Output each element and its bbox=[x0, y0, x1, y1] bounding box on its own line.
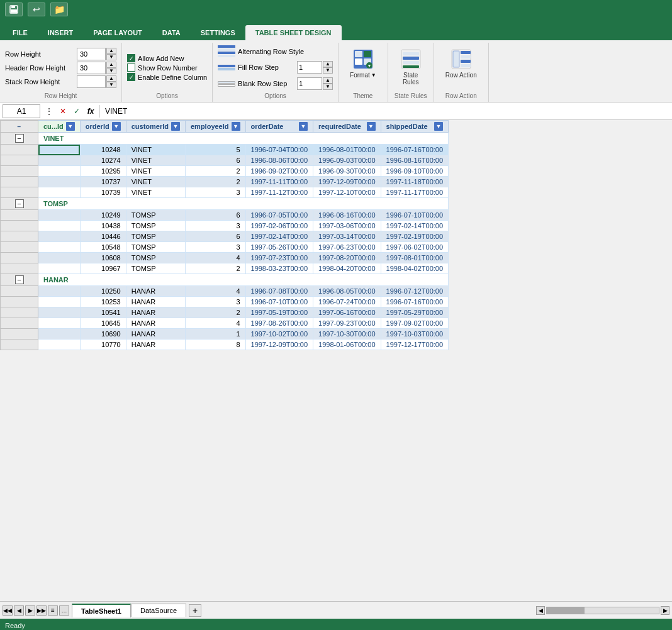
tab-insert[interactable]: INSERT bbox=[38, 25, 83, 40]
first-sheet-button[interactable]: ◀◀ bbox=[3, 605, 13, 616]
enable-define-column-checkbox[interactable] bbox=[127, 73, 135, 81]
stack-row-height-down[interactable]: ▼ bbox=[106, 82, 116, 88]
row-customerId-cell[interactable]: TOMSP bbox=[126, 242, 185, 253]
state-rules-button[interactable]: State Rules bbox=[393, 45, 428, 88]
header-row-height-spinner[interactable]: ▲ ▼ bbox=[106, 62, 116, 74]
row-orderId-cell[interactable]: 10253 bbox=[80, 297, 126, 307]
cell-reference-input[interactable] bbox=[3, 104, 40, 118]
row-shippedDate-cell[interactable]: 1996-07-10T00:00 bbox=[381, 210, 449, 221]
row-shippedDate-cell[interactable]: 1996-07-12T00:00 bbox=[381, 286, 449, 297]
format-button[interactable]: ▼ Format ▼ bbox=[344, 45, 383, 81]
table-row[interactable]: 10274VINET61996-08-06T00:001996-09-03T00… bbox=[1, 155, 449, 166]
row-customerId-cell[interactable]: VINET bbox=[126, 145, 185, 155]
row-employeeId-cell[interactable]: 3 bbox=[185, 221, 245, 231]
row-requiredDate-cell[interactable]: 1996-09-03T00:00 bbox=[313, 155, 381, 166]
row-requiredDate-cell[interactable]: 1997-03-06T00:00 bbox=[313, 221, 381, 231]
row-shippedDate-cell[interactable]: 1998-04-02T00:00 bbox=[381, 263, 449, 274]
table-row[interactable]: 10967TOMSP21998-03-23T00:001998-04-20T00… bbox=[1, 263, 449, 274]
row-shippedDate-cell[interactable]: 1997-11-18T00:00 bbox=[381, 177, 449, 187]
row-requiredDate-cell[interactable]: 1998-04-20T00:00 bbox=[313, 263, 381, 274]
row-shippedDate-cell[interactable]: 1997-02-14T00:00 bbox=[381, 221, 449, 231]
col-header-customer-id[interactable]: customerId ▼ bbox=[126, 121, 185, 133]
row-requiredDate-cell[interactable]: 1996-09-30T00:00 bbox=[313, 166, 381, 177]
row-orderId-cell[interactable]: 10295 bbox=[80, 166, 126, 177]
row-shippedDate-cell[interactable]: 1997-09-02T00:00 bbox=[381, 318, 449, 329]
row-customerId-cell[interactable]: HANAR bbox=[126, 329, 185, 340]
row-shippedDate-cell[interactable]: 1997-10-03T00:00 bbox=[381, 329, 449, 340]
row-requiredDate-cell[interactable]: 1997-12-09T00:00 bbox=[313, 177, 381, 187]
row-employeeId-cell[interactable]: 2 bbox=[185, 177, 245, 187]
row-customerId-cell[interactable]: VINET bbox=[126, 177, 185, 187]
tab-table-sheet-design[interactable]: TABLE SHEET DESIGN bbox=[245, 25, 342, 40]
row-employeeId-cell[interactable]: 2 bbox=[185, 307, 245, 318]
row-orderDate-cell[interactable]: 1996-07-08T00:00 bbox=[245, 286, 313, 297]
formula-input[interactable] bbox=[103, 104, 669, 118]
table-row[interactable]: 10250HANAR41996-07-08T00:001996-08-05T00… bbox=[1, 286, 449, 297]
row-employeeId-cell[interactable]: 6 bbox=[185, 155, 245, 166]
row-orderId-cell[interactable]: 10248 bbox=[80, 145, 126, 155]
row-shippedDate-cell[interactable]: 1996-09-10T00:00 bbox=[381, 166, 449, 177]
blank-row-step-down[interactable]: ▼ bbox=[323, 84, 333, 90]
blank-row-step-input[interactable] bbox=[297, 77, 322, 90]
row-employeeId-cell[interactable]: 2 bbox=[185, 263, 245, 274]
row-shippedDate-cell[interactable]: 1997-05-29T00:00 bbox=[381, 307, 449, 318]
row-customerId-cell[interactable]: HANAR bbox=[126, 307, 185, 318]
required-date-filter[interactable]: ▼ bbox=[367, 122, 376, 131]
row-orderDate-cell[interactable]: 1996-07-04T00:00 bbox=[245, 145, 313, 155]
row-height-spinner[interactable]: ▲ ▼ bbox=[106, 48, 116, 60]
order-id-filter[interactable]: ▼ bbox=[112, 122, 121, 131]
row-orderDate-cell[interactable]: 1997-12-09T00:00 bbox=[245, 340, 313, 350]
row-orderDate-cell[interactable]: 1997-11-11T00:00 bbox=[245, 177, 313, 187]
row-customerId-cell[interactable]: VINET bbox=[126, 166, 185, 177]
row-requiredDate-cell[interactable]: 1997-08-20T00:00 bbox=[313, 253, 381, 263]
row-orderId-cell[interactable]: 10967 bbox=[80, 263, 126, 274]
table-row[interactable]: 10541HANAR21997-05-19T00:001997-06-16T00… bbox=[1, 307, 449, 318]
sheet-options-button[interactable]: … bbox=[59, 605, 69, 616]
next-sheet-button[interactable]: ▶ bbox=[25, 605, 35, 616]
row-orderId-cell[interactable]: 10541 bbox=[80, 307, 126, 318]
row-orderId-cell[interactable]: 10739 bbox=[80, 187, 126, 198]
row-customerId-cell[interactable]: HANAR bbox=[126, 340, 185, 350]
table-row[interactable]: 10295VINET21996-09-02T00:001996-09-30T00… bbox=[1, 166, 449, 177]
horizontal-scroll[interactable]: ◀ ▶ bbox=[534, 606, 672, 615]
row-employeeId-cell[interactable]: 3 bbox=[185, 297, 245, 307]
row-orderDate-cell[interactable]: 1998-03-23T00:00 bbox=[245, 263, 313, 274]
row-height-up[interactable]: ▲ bbox=[106, 48, 116, 54]
row-orderDate-cell[interactable]: 1997-07-23T00:00 bbox=[245, 253, 313, 263]
col-header-employee-id[interactable]: employeeId ▼ bbox=[185, 121, 245, 133]
row-shippedDate-cell[interactable]: 1997-12-17T00:00 bbox=[381, 340, 449, 350]
row-shippedDate-cell[interactable]: 1997-08-01T00:00 bbox=[381, 253, 449, 263]
row-orderId-cell[interactable]: 10737 bbox=[80, 177, 126, 187]
row-orderId-cell[interactable]: 10274 bbox=[80, 155, 126, 166]
formula-more-button[interactable]: ⋮ bbox=[43, 105, 55, 118]
folder-button[interactable]: 📁 bbox=[50, 3, 68, 16]
table-row[interactable]: 10249TOMSP61996-07-05T00:001996-08-16T00… bbox=[1, 210, 449, 221]
row-requiredDate-cell[interactable]: 1997-09-23T00:00 bbox=[313, 318, 381, 329]
shipped-date-filter[interactable]: ▼ bbox=[434, 122, 443, 131]
col-header-order-id[interactable]: orderId ▼ bbox=[80, 121, 126, 133]
row-employeeId-cell[interactable]: 5 bbox=[185, 145, 245, 155]
last-sheet-button[interactable]: ▶▶ bbox=[36, 605, 47, 616]
row-orderId-cell[interactable]: 10608 bbox=[80, 253, 126, 263]
row-requiredDate-cell[interactable]: 1997-06-23T00:00 bbox=[313, 242, 381, 253]
row-employeeId-cell[interactable]: 2 bbox=[185, 166, 245, 177]
row-requiredDate-cell[interactable]: 1998-01-06T00:00 bbox=[313, 340, 381, 350]
allow-add-new-checkbox[interactable] bbox=[127, 54, 135, 62]
row-orderDate-cell[interactable]: 1997-10-02T00:00 bbox=[245, 329, 313, 340]
tab-settings[interactable]: SETTINGS bbox=[191, 25, 245, 40]
save-button[interactable] bbox=[5, 3, 23, 16]
table-row[interactable]: 10446TOMSP61997-02-14T00:001997-03-14T00… bbox=[1, 231, 449, 242]
blank-row-step-up[interactable]: ▲ bbox=[323, 77, 333, 84]
row-shippedDate-cell[interactable]: 1997-06-02T00:00 bbox=[381, 242, 449, 253]
sheet-tab-datasource[interactable]: DataSource bbox=[131, 604, 186, 617]
row-shippedDate-cell[interactable]: 1996-08-16T00:00 bbox=[381, 155, 449, 166]
employee-id-filter[interactable]: ▼ bbox=[232, 122, 240, 131]
row-height-input[interactable] bbox=[77, 48, 106, 60]
table-row[interactable]: 10438TOMSP31997-02-06T00:001997-03-06T00… bbox=[1, 221, 449, 231]
row-employeeId-cell[interactable]: 6 bbox=[185, 231, 245, 242]
row-shippedDate-cell[interactable]: 1996-07-16T00:00 bbox=[381, 145, 449, 155]
group-collapse-cell[interactable]: − bbox=[1, 198, 38, 210]
row-requiredDate-cell[interactable]: 1997-10-30T00:00 bbox=[313, 329, 381, 340]
row-orderDate-cell[interactable]: 1996-07-10T00:00 bbox=[245, 297, 313, 307]
row-employeeId-cell[interactable]: 1 bbox=[185, 329, 245, 340]
